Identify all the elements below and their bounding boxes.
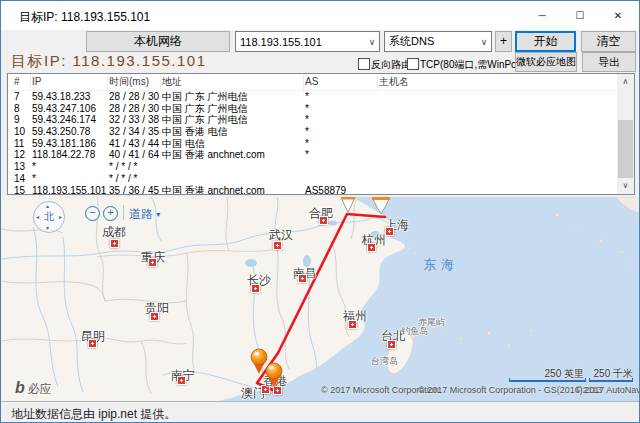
table-row[interactable]: 859.43.247.10628 / 28 / 30中国 广东 广州电信*	[8, 103, 634, 115]
column-header[interactable]: 地址	[161, 74, 304, 90]
city-marker-icon[interactable]	[367, 243, 376, 252]
table-row[interactable]: 13** / * / *	[8, 161, 634, 173]
sea-label: 东海	[423, 256, 459, 274]
table-cell: 15	[8, 185, 31, 196]
column-header[interactable]: IP	[31, 74, 108, 90]
column-header[interactable]: AS	[304, 74, 378, 90]
column-header[interactable]: 时间(ms)	[108, 74, 161, 90]
table-body: 759.43.18.23328 / 28 / 30中国 广东 广州电信*859.…	[8, 91, 634, 195]
table-row[interactable]: 1159.43.181.18641 / 43 / 44中国 电信*	[8, 138, 634, 150]
pan-up-icon[interactable]: ▴	[46, 203, 49, 209]
zoom-in-icon[interactable]: +	[103, 206, 118, 221]
table-row[interactable]: 759.43.18.23328 / 28 / 30中国 广东 广州电信*	[8, 91, 634, 103]
column-header[interactable]: #	[8, 74, 31, 90]
table-cell: *	[304, 138, 378, 150]
table-cell: 13	[8, 161, 31, 173]
target-ip-label: 目标IP: 118.193.155.101	[11, 52, 207, 71]
city-marker-icon[interactable]	[88, 339, 97, 348]
map-layer-dropdown[interactable]: 道路 ▾	[129, 206, 160, 223]
city-marker-icon[interactable]	[148, 258, 157, 267]
divider	[123, 205, 124, 220]
table-cell	[378, 138, 634, 150]
chevron-down-icon[interactable]: ∨	[365, 37, 379, 47]
city-marker-icon[interactable]	[177, 376, 186, 385]
table-row[interactable]: 15118.193.155.10135 / 36 / 45中国 香港 anchn…	[8, 185, 634, 196]
scroll-up-icon[interactable]: ∧	[617, 74, 634, 90]
pan-down-icon[interactable]: ▾	[46, 225, 49, 231]
column-header[interactable]: 主机名	[378, 74, 634, 90]
table-cell: *	[304, 149, 378, 161]
window-title: 目标IP: 118.193.155.101	[19, 9, 150, 26]
table-cell	[161, 173, 304, 185]
scrollbar-thumb[interactable]	[618, 120, 633, 182]
bing-logo-text: 必应	[28, 382, 52, 396]
titlebar[interactable]: 目标IP: 118.193.155.101 ─ ☐ ✕	[1, 1, 639, 30]
city-marker-icon[interactable]	[319, 216, 328, 225]
table-cell: 32 / 34 / 35	[108, 126, 161, 138]
table-cell	[378, 91, 634, 103]
table-cell	[378, 149, 634, 161]
table-cell: *	[304, 114, 378, 126]
table-cell: 中国 广东 广州电信	[161, 103, 304, 115]
city-marker-icon[interactable]	[298, 274, 307, 283]
local-network-button[interactable]: 本机网络	[86, 31, 230, 52]
table-cell	[378, 103, 634, 115]
minimize-icon[interactable]: ─	[523, 1, 561, 29]
zoom-out-icon[interactable]: −	[85, 206, 100, 221]
scroll-down-icon[interactable]: ∨	[617, 178, 634, 194]
chevron-down-icon[interactable]: ∨	[477, 37, 491, 47]
map-panel[interactable]: 成都重庆武汉合肥上海杭州长沙南昌贵阳福州台北昆明南宁澳门香港东海台湾岛钓鱼岛赤尾…	[1, 197, 640, 401]
table-row[interactable]: 1059.43.250.7832 / 34 / 35中国 香港 电信*	[8, 126, 634, 138]
table-cell: 12	[8, 149, 31, 161]
table-row[interactable]: 14** / * / *	[8, 173, 634, 185]
bing-b-icon: b	[15, 379, 25, 396]
table-cell	[304, 161, 378, 173]
table-cell: 14	[8, 173, 31, 185]
scale-miles-bar	[509, 378, 586, 382]
table-cell: 中国 香港 anchnet.com	[161, 149, 304, 161]
table-cell: 32 / 33 / 38	[108, 114, 161, 126]
table-cell: 118.184.22.78	[31, 149, 108, 161]
table-cell: 11	[8, 138, 31, 150]
bing-logo[interactable]: b必应	[15, 379, 52, 398]
city-marker-icon[interactable]	[110, 239, 119, 248]
city-marker-icon[interactable]	[348, 320, 357, 329]
caret-down-icon: ▾	[156, 210, 160, 219]
reverse-route-checkbox[interactable]	[358, 58, 370, 70]
table-cell: 中国 电信	[161, 138, 304, 150]
table-cell: 59.43.18.233	[31, 91, 108, 103]
copyright-text: © 2017 AutoNavi	[575, 385, 640, 395]
close-icon[interactable]: ✕	[599, 1, 637, 29]
table-cell: 59.43.247.106	[31, 103, 108, 115]
target-ip-combobox[interactable]: 118.193.155.101 ∨	[235, 31, 380, 52]
table-cell: *	[304, 91, 378, 103]
maximize-icon[interactable]: ☐	[561, 1, 599, 29]
status-text: 地址数据信息由 ipip.net 提供。	[11, 406, 176, 423]
export-button[interactable]: 导出	[582, 52, 636, 72]
table-cell: 59.43.181.186	[31, 138, 108, 150]
pan-left-icon[interactable]: ◂	[36, 214, 39, 220]
table-cell: 7	[8, 91, 31, 103]
table-row[interactable]: 959.43.246.17432 / 33 / 38中国 广东 广州电信*	[8, 114, 634, 126]
city-marker-icon[interactable]	[251, 284, 260, 293]
table-cell: 40 / 41 / 64	[108, 149, 161, 161]
compass-control[interactable]: 北 ▴ ▾ ◂ ▸	[33, 201, 65, 233]
dns-select[interactable]: 系统DNS ∨	[384, 31, 492, 52]
table-cell: 9	[8, 114, 31, 126]
pan-right-icon[interactable]: ▸	[59, 214, 62, 220]
add-target-button[interactable]: +	[495, 31, 512, 52]
table-cell	[304, 173, 378, 185]
map-layer-label: 道路	[129, 207, 153, 221]
target-ip-value: 118.193.155.101	[236, 36, 365, 48]
table-scrollbar[interactable]: ∧ ∨	[617, 74, 634, 194]
reverse-route-label[interactable]: 反向路由	[371, 58, 411, 72]
start-button[interactable]: 开始	[515, 31, 576, 52]
city-marker-icon[interactable]	[273, 241, 282, 250]
table-row[interactable]: 12118.184.22.7840 / 41 / 64中国 香港 anchnet…	[8, 149, 634, 161]
city-marker-icon[interactable]	[273, 386, 282, 395]
clear-button[interactable]: 清空	[581, 31, 636, 52]
bing-map-button[interactable]: 微软必应地图	[515, 52, 577, 72]
city-marker-icon[interactable]	[387, 340, 396, 349]
city-marker-icon[interactable]	[150, 312, 159, 321]
tcp-checkbox[interactable]	[407, 58, 419, 70]
